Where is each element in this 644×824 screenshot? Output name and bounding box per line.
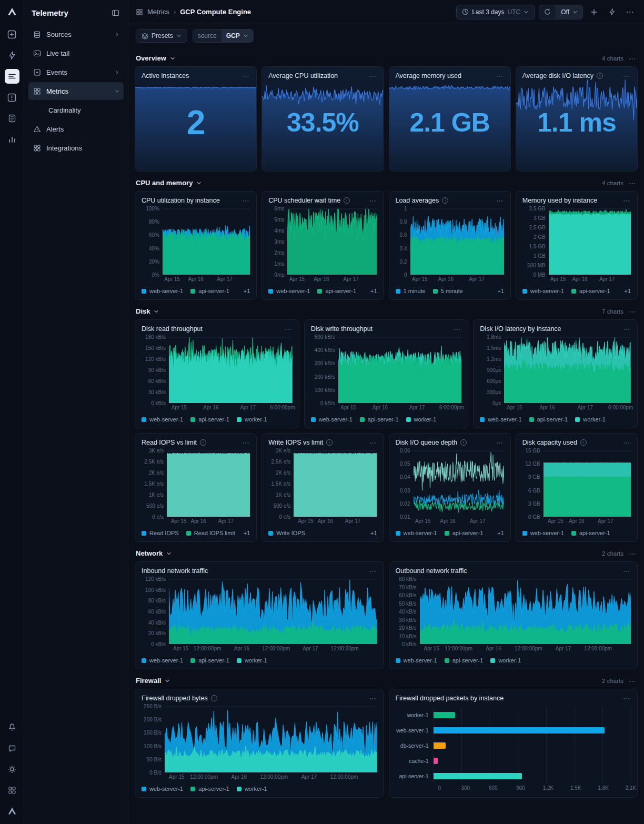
section-header[interactable]: Overview4 charts⋯ [136,54,637,62]
refresh-button[interactable] [539,5,556,19]
chart-more-button[interactable]: ⋯ [496,439,504,446]
legend-overflow-count[interactable]: +1 [370,530,377,536]
legend-item[interactable]: api-server-1 [190,416,229,423]
legend-item[interactable]: web-server-1 [522,530,564,536]
legend-item[interactable]: api-server-1 [360,416,399,423]
chart-more-button[interactable]: ⋯ [623,72,631,79]
legend-item[interactable]: api-server-1 [571,288,610,294]
legend-item[interactable]: web-server-1 [268,288,310,294]
notebook-icon[interactable] [5,111,19,126]
legend-item[interactable]: api-server-1 [445,530,484,536]
legend-item[interactable]: api-server-1 [190,288,229,294]
legend-item[interactable]: 1 minute [396,288,426,294]
legend-item[interactable]: Read IOPS limit [186,530,235,536]
legend-item[interactable]: web-server-1 [480,416,521,423]
chart-more-button[interactable]: ⋯ [369,567,377,575]
sidebar-item-metrics[interactable]: Metrics [28,82,124,100]
chart-more-button[interactable]: ⋯ [454,325,461,333]
legend-item[interactable]: worker-1 [237,657,267,664]
chart-more-button[interactable]: ⋯ [369,439,377,446]
info-icon[interactable]: i [597,73,603,79]
legend-item[interactable]: web-server-1 [142,288,183,294]
bar[interactable] [434,727,605,733]
section-header[interactable]: Disk7 charts⋯ [136,307,637,315]
chart-more-button[interactable]: ⋯ [623,197,631,204]
legend-overflow-count[interactable]: +1 [370,288,377,294]
info-icon[interactable]: i [211,695,217,701]
legend-overflow-count[interactable]: +1 [244,530,250,536]
query-bolt-icon[interactable] [5,48,19,63]
sidebar-item-events[interactable]: Events [28,63,124,81]
breadcrumb-metrics-link[interactable]: Metrics [147,8,169,16]
new-dashboard-icon[interactable] [5,27,19,42]
chart-more-button[interactable]: ⋯ [369,695,377,702]
bar[interactable] [434,712,455,718]
sidebar-item-alerts[interactable]: Alerts [28,120,124,138]
legend-overflow-count[interactable]: +1 [497,530,504,536]
legend-item[interactable]: web-server-1 [142,657,183,664]
bar[interactable] [434,758,438,764]
feedback-icon[interactable] [5,741,19,756]
chart-more-button[interactable]: ⋯ [496,197,504,204]
section-more-button[interactable]: ⋯ [629,308,637,315]
sidebar-item-cardinality[interactable]: Cardinality [28,101,124,119]
chart-more-button[interactable]: ⋯ [242,197,250,204]
info-icon[interactable]: i [580,439,587,446]
legend-item[interactable]: web-server-1 [396,657,437,664]
legend-item[interactable]: 5 minute [433,288,463,294]
source-filter-tag[interactable]: source GCP [193,29,254,43]
legend-item[interactable]: api-server-1 [445,657,484,664]
bar[interactable] [434,773,522,779]
sidebar-item-sources[interactable]: Sources [28,25,124,43]
sidebar-item-integrations[interactable]: Integrations [28,139,124,157]
legend-item[interactable]: worker-1 [237,416,267,423]
legend-item[interactable]: api-server-1 [190,786,229,792]
legend-item[interactable]: Read IOPS [142,530,179,536]
legend-item[interactable]: api-server-1 [571,530,610,536]
stream-icon[interactable] [5,69,19,84]
presets-dropdown[interactable]: Presets [136,29,187,43]
legend-item[interactable]: web-server-1 [396,530,437,536]
chart-more-button[interactable]: ⋯ [285,325,293,333]
legend-item[interactable]: worker-1 [575,416,606,423]
more-options-button[interactable]: ⋯ [623,5,637,19]
section-more-button[interactable]: ⋯ [629,550,637,557]
chart-more-button[interactable]: ⋯ [369,197,377,204]
theme-sun-icon[interactable] [5,762,19,777]
legend-item[interactable]: Write IOPS [268,530,305,536]
add-chart-button[interactable] [587,5,601,19]
legend-item[interactable]: worker-1 [406,416,437,423]
chart-more-button[interactable]: ⋯ [623,567,631,575]
legend-item[interactable]: api-server-1 [317,288,356,294]
section-more-button[interactable]: ⋯ [629,179,637,187]
legend-item[interactable]: web-server-1 [142,416,183,423]
legend-item[interactable]: web-server-1 [142,786,183,792]
section-header[interactable]: Network2 charts⋯ [136,549,637,557]
collapse-sidebar-icon[interactable] [110,7,120,18]
chart-more-button[interactable]: ⋯ [369,72,377,79]
chart-more-button[interactable]: ⋯ [496,72,504,79]
chart-more-button[interactable]: ⋯ [623,325,631,333]
section-header[interactable]: Firewall2 charts⋯ [136,677,637,685]
legend-overflow-count[interactable]: +1 [624,288,631,294]
info-icon[interactable]: i [344,197,350,204]
refresh-interval-select[interactable]: Off [556,5,582,19]
info-icon[interactable]: i [460,439,467,446]
chart-more-button[interactable]: ⋯ [623,695,631,702]
legend-item[interactable]: worker-1 [490,657,521,664]
info-icon[interactable]: i [326,439,333,446]
reports-icon[interactable] [5,132,19,147]
info-icon[interactable]: i [442,197,448,204]
alerts-rail-icon[interactable] [5,90,19,105]
bar[interactable] [434,742,446,749]
legend-item[interactable]: worker-1 [237,786,267,792]
chart-more-button[interactable]: ⋯ [242,72,250,79]
info-icon[interactable]: i [200,439,206,446]
quick-actions-bolt-button[interactable] [605,5,619,19]
section-more-button[interactable]: ⋯ [629,677,637,685]
chart-more-button[interactable]: ⋯ [242,439,250,446]
legend-overflow-count[interactable]: +1 [497,288,504,294]
time-range-picker[interactable]: Last 3 days UTC [456,5,535,19]
section-more-button[interactable]: ⋯ [629,55,637,62]
apps-grid-icon[interactable] [5,783,19,798]
